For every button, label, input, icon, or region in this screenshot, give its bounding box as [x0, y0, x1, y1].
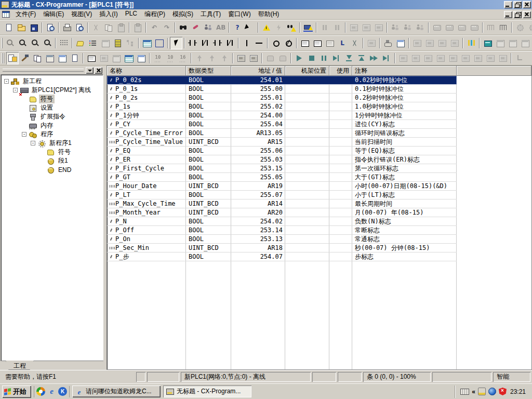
online-check-button[interactable] [285, 21, 298, 34]
zoom-in-button[interactable] [29, 37, 41, 49]
pause-b-button[interactable] [331, 21, 343, 34]
tree-item-section1[interactable]: 段1 [1, 156, 103, 165]
symbol-row-P_N[interactable]: P_NBOOL254.02负数(N)标志 [107, 217, 457, 226]
mdi-child-icon[interactable] [2, 11, 10, 18]
new-closed-coil-button[interactable] [282, 37, 295, 49]
multi-find-button[interactable] [202, 21, 215, 34]
symbol-row-P_Sec_Min[interactable]: P_Sec_MinUINT_BCDAR18秒(00-07) 分钟(08-15) [107, 244, 457, 252]
column-header-使用[interactable]: 使用 [329, 66, 352, 76]
new-contact-button[interactable] [187, 37, 199, 49]
symbol-row-P_Cycle_Time_Error[interactable]: P_Cycle_Time_ErrorBOOLAR13.05循环时间错误标志 [107, 129, 457, 138]
tree-item-program-symbols[interactable]: 符号 [1, 148, 103, 156]
new-coil-button[interactable] [270, 37, 282, 49]
pause-simulator-button[interactable] [318, 52, 330, 64]
address-reference-tool-button[interactable] [56, 52, 69, 64]
close-button[interactable] [523, 1, 531, 8]
new-label-button[interactable]: L [336, 37, 349, 49]
calendar-view-button[interactable] [394, 37, 407, 49]
new-or-closed-contact-button[interactable] [224, 37, 236, 49]
compile-all-programs-button[interactable] [273, 21, 285, 34]
tray-security-shield-icon[interactable] [499, 388, 507, 395]
mdi-restore-button[interactable] [513, 11, 522, 18]
compile-program-button[interactable] [260, 21, 273, 34]
delete-rung-button[interactable] [349, 37, 361, 49]
workspace-close-button[interactable] [95, 67, 102, 74]
internet-explorer-icon[interactable]: e [47, 387, 56, 396]
toolbar-grip[interactable] [2, 53, 5, 63]
download-to-plc-button[interactable] [348, 21, 360, 34]
menu-item-视图V[interactable]: 视图(V) [68, 9, 96, 20]
work-online-simulator-button[interactable] [302, 21, 314, 34]
symbol-row-P_GT[interactable]: P_GTBOOL255.05大于(GT)标志 [107, 173, 457, 182]
cut-button[interactable] [90, 21, 102, 34]
zoom-out-button[interactable] [41, 37, 54, 49]
memory-view-button[interactable] [123, 52, 135, 64]
toggle-project-workspace-button[interactable] [6, 52, 19, 64]
reset-bit-button[interactable] [206, 52, 218, 64]
edit-rung-comment-button[interactable] [365, 37, 378, 49]
trace-1-button[interactable] [397, 52, 409, 64]
resume-monitoring-hand-button[interactable] [276, 52, 289, 64]
new-instruction-button[interactable] [299, 37, 311, 49]
symbol-row-P_1s[interactable]: P_1sBOOL255.021.0秒时钟脉冲位 [107, 102, 457, 111]
new-or-contact-button[interactable] [211, 37, 224, 49]
debug-mode-button[interactable] [443, 21, 456, 34]
menu-item-模拟S[interactable]: 模拟(S) [169, 9, 197, 20]
memory-window-c-button[interactable] [519, 37, 531, 49]
step-run-button[interactable] [330, 52, 343, 64]
help-button[interactable]: ? [231, 21, 244, 34]
tree-item-new-project[interactable]: -新工程 [1, 77, 103, 86]
zoom-to-selection-button[interactable] [16, 37, 29, 49]
rung-wrap-button[interactable] [112, 37, 124, 49]
cross-reference-report-button[interactable] [85, 52, 98, 64]
transfer-window-a-button[interactable] [235, 52, 247, 64]
mdi-close-button[interactable] [523, 11, 531, 18]
toggle-grid-button[interactable] [58, 37, 70, 49]
media-player-icon[interactable] [36, 387, 45, 396]
differential-monitor-button[interactable] [465, 37, 477, 49]
k-app-icon[interactable]: K [58, 387, 67, 396]
symbol-row-P_Cycle_Time_Value[interactable]: P_Cycle_Time_ValueUINT_BCDAR15当前扫描时间 [107, 138, 457, 147]
symbol-row-P_First_Cycle[interactable]: P_First_CycleBOOL253.15第一次循环标志 [107, 164, 457, 173]
column-header-名称[interactable]: 名称 [107, 66, 186, 76]
keyboard-layout-icon[interactable] [460, 389, 469, 395]
new-instruction-detail-button[interactable] [311, 37, 324, 49]
plc-memory-button[interactable] [482, 37, 494, 49]
toggle-output-window-button[interactable] [19, 52, 31, 64]
symbol-row-P_ER[interactable]: P_ERBOOL255.03指令执行错误(ER)标志 [107, 155, 457, 164]
print-preview-button[interactable] [73, 21, 86, 34]
symbol-row-P_0_2s[interactable]: P_0_2sBOOL255.010.2秒时钟脉冲位 [107, 94, 457, 102]
data-display-button[interactable] [135, 52, 148, 64]
trace-8-button[interactable] [484, 52, 497, 64]
menu-item-工具T[interactable]: 工具(T) [197, 9, 224, 20]
column-header-机架位置[interactable]: 机架位置 [285, 66, 329, 76]
symbol-row-P_On[interactable]: P_OnBOOL253.13常通标志 [107, 235, 457, 244]
program-mode-button[interactable] [431, 21, 443, 34]
symbol-row-P_步[interactable]: P_步BOOL254.07步标志 [107, 252, 457, 261]
step-out-button[interactable] [355, 52, 368, 64]
tree-item-programs[interactable]: -程序 [1, 130, 103, 139]
new-closed-contact-button[interactable] [199, 37, 211, 49]
change-all-button[interactable]: AB [215, 21, 227, 34]
tree-item-new-program1[interactable]: -新程序1 [1, 139, 103, 148]
monitor-mode-button[interactable] [456, 21, 468, 34]
minimize-button[interactable] [504, 1, 512, 8]
send-online-changes-button[interactable] [402, 21, 414, 34]
trace-3-button[interactable] [422, 52, 434, 64]
new-vertical-line-button[interactable] [241, 37, 253, 49]
force-cancel-button[interactable] [436, 37, 448, 49]
menu-item-帮助H[interactable]: 帮助(H) [255, 9, 283, 20]
menu-item-PLC[interactable]: PLC [122, 9, 141, 20]
task-button-ie-window[interactable]: e 请问哪位知道欧姆龙C... [72, 385, 161, 397]
monitor-in-tree-button[interactable] [124, 37, 137, 49]
column-header-地址 / 值[interactable]: 地址 / 值 [231, 66, 285, 76]
step-into-button[interactable] [343, 52, 355, 64]
new-button[interactable] [3, 21, 15, 34]
restore-button[interactable] [513, 1, 522, 8]
properties-stamp-button[interactable] [382, 37, 394, 49]
show-symbol-comments-button[interactable] [74, 37, 87, 49]
show-rung-comments-button[interactable] [87, 37, 99, 49]
continuous-step-run-button[interactable] [368, 52, 380, 64]
toggle-watch-window-button[interactable] [31, 52, 44, 64]
tray-app-icon[interactable] [478, 388, 486, 395]
